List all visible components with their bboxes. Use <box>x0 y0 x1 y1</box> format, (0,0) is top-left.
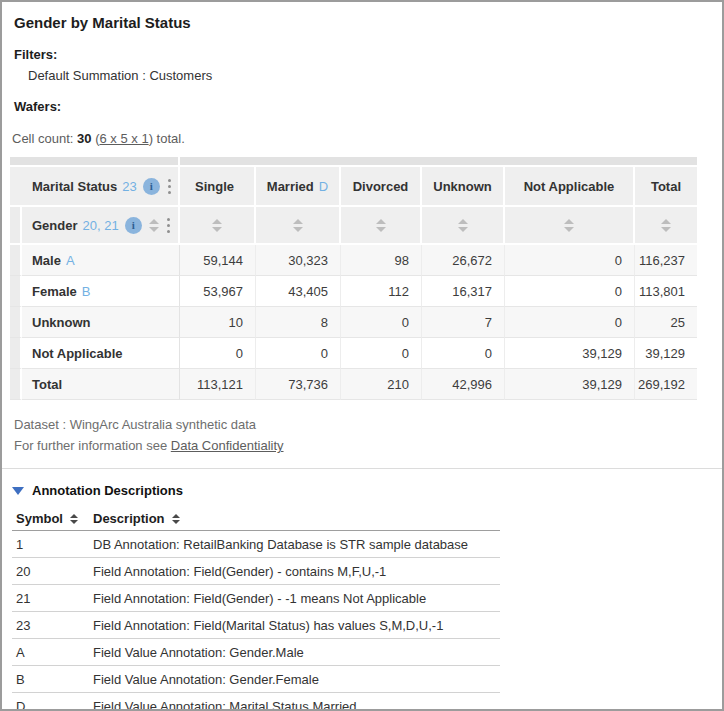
data-cell: 26,672 <box>422 245 505 276</box>
data-cell: 10 <box>180 307 256 338</box>
annotation-row: B Field Value Annotation: Gender.Female <box>12 666 500 693</box>
row-handle[interactable] <box>10 369 22 400</box>
wafers-label: Wafers: <box>14 99 722 114</box>
sort-control[interactable] <box>212 219 222 232</box>
row-label: Male <box>32 253 61 268</box>
data-confidentiality-link[interactable]: Data Confidentiality <box>171 438 284 453</box>
annotation-section-title: Annotation Descriptions <box>32 483 183 498</box>
data-cell: 39,129 <box>505 338 635 369</box>
table-row-male: Male A 59,144 30,323 98 26,672 0 116,237 <box>10 245 697 276</box>
column-label: Not Applicable <box>524 179 615 194</box>
section-divider <box>2 468 722 469</box>
sort-control[interactable] <box>172 514 180 524</box>
dataset-info: Dataset : WingArc Australia synthetic da… <box>14 414 722 435</box>
sort-control[interactable] <box>293 219 303 232</box>
sort-control[interactable] <box>376 219 386 232</box>
data-cell: 42,996 <box>422 369 505 400</box>
report-window: Gender by Marital Status Filters: Defaul… <box>0 0 724 711</box>
data-cell: 25 <box>635 307 697 338</box>
column-band-strip <box>10 157 697 167</box>
annotation-section-header[interactable]: Annotation Descriptions <box>12 483 722 498</box>
row-label-cell: Not Applicable <box>22 338 180 369</box>
row-handle[interactable] <box>10 338 22 369</box>
sort-cell-single <box>180 207 256 245</box>
annotation-row: D Field Value Annotation: Marital Status… <box>12 693 500 711</box>
data-cell: 98 <box>341 245 422 276</box>
column-dimension-annotation-refs[interactable]: 23 <box>122 179 136 194</box>
column-annotation[interactable]: D <box>319 179 328 194</box>
column-label: Unknown <box>433 179 492 194</box>
annotation-description: Field Value Annotation: Gender.Female <box>93 672 500 687</box>
sort-cell-not-applicable <box>505 207 635 245</box>
row-annotation[interactable]: B <box>82 284 91 299</box>
sort-cell-total <box>635 207 697 245</box>
sort-cell-unknown <box>422 207 505 245</box>
row-handle[interactable] <box>10 207 22 245</box>
cell-count-label: Cell count: <box>12 131 73 146</box>
sort-control[interactable] <box>70 514 78 524</box>
row-dimension-annotation-refs[interactable]: 20, 21 <box>83 218 119 233</box>
collapse-triangle-icon[interactable] <box>12 487 24 495</box>
row-dimension-row: Gender 20, 21 i <box>10 207 697 245</box>
data-cell: 113,121 <box>180 369 256 400</box>
data-cell: 269,192 <box>635 369 697 400</box>
row-label-cell: Female B <box>22 276 180 307</box>
row-handle[interactable] <box>10 276 22 307</box>
annotation-symbol: 21 <box>12 591 93 606</box>
column-label: Single <box>195 179 234 194</box>
column-header-row: Marital Status 23 i Single Married D Div… <box>10 167 697 207</box>
annotation-description: Field Annotation: Field(Gender) - contai… <box>93 564 500 579</box>
table-row-total: Total 113,121 73,736 210 42,996 39,129 2… <box>10 369 697 400</box>
cell-count-link[interactable]: 6 x 5 x 1 <box>99 131 148 146</box>
row-annotation[interactable]: A <box>66 253 75 268</box>
data-cell: 0 <box>505 245 635 276</box>
row-dimension-name: Gender <box>32 218 78 233</box>
column-dimension-cell: Marital Status 23 i <box>10 167 180 207</box>
row-label: Not Applicable <box>32 346 123 361</box>
annotation-description: Field Annotation: Field(Gender) - -1 mea… <box>93 591 500 606</box>
data-cell: 0 <box>341 307 422 338</box>
cell-count-value: 30 <box>77 131 91 146</box>
annotation-symbol: 1 <box>12 537 93 552</box>
column-band-right <box>180 157 697 167</box>
data-cell: 39,129 <box>635 338 697 369</box>
annotation-row: 1 DB Annotation: RetailBanking Database … <box>12 531 500 558</box>
table-row-female: Female B 53,967 43,405 112 16,317 0 113,… <box>10 276 697 307</box>
data-cell: 210 <box>341 369 422 400</box>
row-handle[interactable] <box>10 307 22 338</box>
table-row-unknown: Unknown 10 8 0 7 0 25 <box>10 307 697 338</box>
page-title: Gender by Marital Status <box>14 14 722 31</box>
row-dimension-cell: Gender 20, 21 i <box>22 207 180 245</box>
data-cell: 53,967 <box>180 276 256 307</box>
row-label: Total <box>32 377 62 392</box>
annotation-symbol: B <box>12 672 93 687</box>
column-header-married: Married D <box>256 167 341 207</box>
column-band-left <box>10 157 180 167</box>
row-label: Unknown <box>32 315 91 330</box>
sort-control[interactable] <box>661 219 671 232</box>
sort-control[interactable] <box>564 219 574 232</box>
column-header-single: Single <box>180 167 256 207</box>
data-cell: 73,736 <box>256 369 341 400</box>
info-icon[interactable]: i <box>125 217 142 234</box>
symbol-header-label: Symbol <box>16 511 63 526</box>
data-cell: 0 <box>256 338 341 369</box>
data-cell: 113,801 <box>635 276 697 307</box>
info-icon[interactable]: i <box>143 178 160 195</box>
row-handle[interactable] <box>10 245 22 276</box>
column-header-divorced: Divorced <box>341 167 422 207</box>
symbol-column-header: Symbol <box>12 511 93 526</box>
column-label: Total <box>651 179 681 194</box>
sort-cell-divorced <box>341 207 422 245</box>
kebab-menu-icon[interactable] <box>168 177 171 195</box>
data-cell: 59,144 <box>180 245 256 276</box>
row-label-cell: Unknown <box>22 307 180 338</box>
filters-value: Default Summation : Customers <box>28 68 722 83</box>
annotation-row: 20 Field Annotation: Field(Gender) - con… <box>12 558 500 585</box>
kebab-menu-icon[interactable] <box>167 216 170 234</box>
annotation-row: A Field Value Annotation: Gender.Male <box>12 639 500 666</box>
row-label-cell: Male A <box>22 245 180 276</box>
sort-control[interactable] <box>149 219 159 232</box>
row-label-cell: Total <box>22 369 180 400</box>
sort-control[interactable] <box>458 219 468 232</box>
